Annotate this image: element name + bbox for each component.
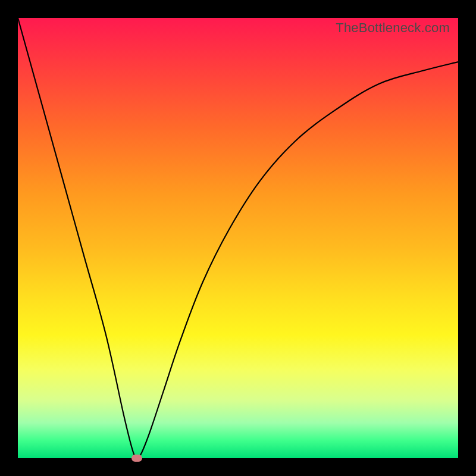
- chart-frame: TheBottleneck.com: [0, 0, 476, 476]
- min-point-marker: [131, 455, 142, 462]
- curve-svg: [18, 18, 458, 458]
- bottleneck-curve-path: [18, 18, 458, 458]
- plot-area: TheBottleneck.com: [18, 18, 458, 458]
